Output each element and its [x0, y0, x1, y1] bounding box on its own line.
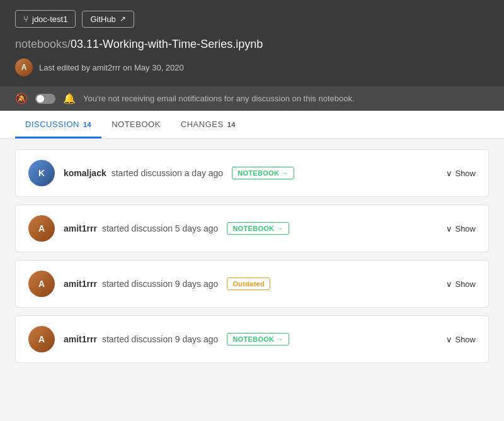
tab-discussion-badge: 14: [83, 121, 91, 128]
discussion-info-1: komaljack started discussion a day ago N…: [64, 167, 437, 179]
github-label: GitHub: [90, 14, 115, 24]
show-button-3[interactable]: ∨ Show: [446, 279, 476, 289]
show-label-3: Show: [455, 279, 476, 289]
tab-changes-label: CHANGES: [181, 120, 224, 129]
username-2: amit1rrr: [64, 223, 97, 233]
tab-discussion-label: DISCUSSION: [25, 120, 79, 129]
discussion-card-2: A amit1rrr started discussion 5 days ago…: [15, 205, 489, 252]
bell-off-icon: 🔕: [15, 93, 28, 104]
avatar: A: [15, 59, 33, 76]
tab-notebook-label: NOTEBOOK: [112, 120, 161, 129]
fork-icon: ⑂: [23, 14, 28, 24]
tabs-bar: DISCUSSION 14 NOTEBOOK CHANGES 14: [0, 111, 504, 139]
toggle-thumb: [37, 95, 44, 103]
notification-bar: 🔕 🔔 You're not receiving email notificat…: [0, 86, 504, 111]
breadcrumb-prefix: notebooks/: [15, 38, 71, 51]
discussion-action-3: started discussion 9 days ago: [102, 279, 218, 289]
discussion-action-1: started discussion a day ago: [112, 168, 223, 178]
discussion-info-4: amit1rrr started discussion 9 days ago N…: [64, 333, 437, 345]
show-button-1[interactable]: ∨ Show: [446, 169, 476, 178]
show-button-2[interactable]: ∨ Show: [446, 224, 476, 233]
tag-notebook-4: NOTEBOOK →: [227, 333, 289, 345]
avatar-komaljack: K: [28, 160, 55, 186]
discussion-action-4: started discussion 9 days ago: [102, 334, 218, 344]
discussion-card-4: A amit1rrr started discussion 9 days ago…: [15, 315, 489, 363]
avatar-amit-1: A: [28, 215, 55, 242]
tag-notebook-1: NOTEBOOK →: [232, 167, 294, 179]
branch-button[interactable]: ⑂ jdoc-test1: [15, 10, 76, 28]
breadcrumb-file: 03.11-Working-with-Time-Series.ipynb: [71, 38, 263, 51]
chevron-down-icon-2: ∨: [446, 224, 452, 233]
show-button-4[interactable]: ∨ Show: [446, 335, 476, 344]
tab-discussion[interactable]: DISCUSSION 14: [15, 111, 101, 138]
discussion-info-2: amit1rrr started discussion 5 days ago N…: [64, 222, 437, 235]
github-button[interactable]: GitHub ↗: [82, 11, 134, 28]
author-text: Last edited by amit2rrr on May 30, 2020: [39, 63, 184, 72]
tab-changes[interactable]: CHANGES 14: [171, 111, 246, 138]
discussion-info-3: amit1rrr started discussion 9 days ago O…: [64, 278, 437, 290]
tag-notebook-2: NOTEBOOK →: [227, 222, 289, 235]
show-label-4: Show: [455, 335, 476, 344]
notification-toggle[interactable]: [35, 94, 55, 104]
username-1: komaljack: [64, 168, 106, 178]
chevron-down-icon-1: ∨: [446, 169, 452, 178]
username-3: amit1rrr: [64, 279, 97, 289]
username-4: amit1rrr: [64, 334, 97, 344]
header: ⑂ jdoc-test1 GitHub ↗ notebooks/ 03.11-W…: [0, 0, 504, 86]
discussion-action-2: started discussion 5 days ago: [102, 223, 218, 233]
main-content: K komaljack started discussion a day ago…: [0, 139, 504, 381]
branch-label: jdoc-test1: [32, 14, 67, 24]
avatar-amit-3: A: [28, 326, 55, 352]
tag-outdated-3: Outdated: [227, 278, 270, 290]
avatar-amit-2: A: [28, 271, 55, 297]
show-label-2: Show: [455, 224, 476, 233]
bell-on-icon: 🔔: [63, 93, 76, 104]
chevron-down-icon-4: ∨: [446, 335, 452, 344]
tab-changes-badge: 14: [227, 121, 236, 128]
discussion-card-3: A amit1rrr started discussion 9 days ago…: [15, 260, 489, 308]
chevron-down-icon-3: ∨: [446, 279, 452, 289]
tab-notebook[interactable]: NOTEBOOK: [101, 111, 171, 138]
discussion-card-1: K komaljack started discussion a day ago…: [15, 149, 489, 197]
header-top-row: ⑂ jdoc-test1 GitHub ↗: [15, 10, 489, 28]
breadcrumb: notebooks/ 03.11-Working-with-Time-Serie…: [15, 38, 489, 51]
show-label-1: Show: [455, 169, 476, 178]
external-link-icon: ↗: [120, 14, 126, 23]
author-row: A Last edited by amit2rrr on May 30, 202…: [15, 59, 489, 86]
notification-text: You're not receiving email notifications…: [83, 94, 355, 103]
